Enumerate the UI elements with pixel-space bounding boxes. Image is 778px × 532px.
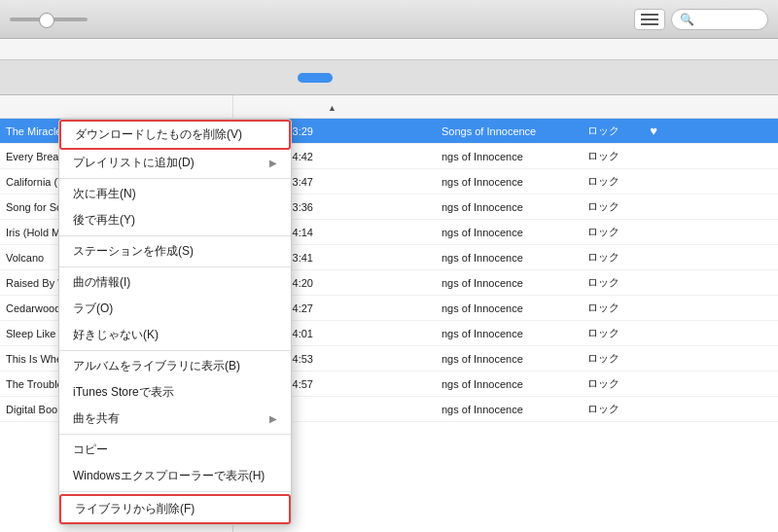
track-details: ▲ 3:29 Songs of Innocence ロック ♥ 4:42 ngs… <box>233 95 778 532</box>
ctx-item-4[interactable]: ステーションを作成(S) <box>59 238 291 265</box>
album-cell-9: ngs of Innocence <box>438 353 584 365</box>
tab-for-you[interactable] <box>335 73 370 83</box>
ctx-item-3[interactable]: 後で再生(Y) <box>59 207 291 233</box>
ctx-label-12: Windowsエクスプローラーで表示(H) <box>73 468 265 484</box>
ctx-label-6: ラブ(O) <box>73 301 113 317</box>
genre-cell-3: ロック <box>584 199 642 214</box>
volume-slider[interactable] <box>10 18 88 21</box>
ctx-separator-4 <box>59 266 291 267</box>
album-cell-10: ngs of Innocence <box>438 378 584 390</box>
ctx-label-1: プレイリストに追加(D) <box>73 155 194 171</box>
genre-cell-2: ロック <box>584 174 642 189</box>
ctx-label-7: 好きじゃない(K) <box>73 327 159 343</box>
right-row-10[interactable]: 4:57 ngs of Innocence ロック <box>233 372 778 397</box>
genre-cell-4: ロック <box>584 225 642 239</box>
tab-library[interactable] <box>298 73 333 83</box>
ctx-item-0[interactable]: ダウンロードしたものを削除(V) <box>59 120 291 150</box>
genre-cell-5: ロック <box>584 250 642 265</box>
ctx-item-5[interactable]: 曲の情報(I) <box>59 269 291 296</box>
ctx-item-8[interactable]: アルバムをライブラリに表示(B) <box>59 353 291 379</box>
ctx-label-0: ダウンロードしたものを削除(V) <box>75 126 242 143</box>
right-row-2[interactable]: 3:47 ngs of Innocence ロック <box>233 169 778 195</box>
ctx-label-10: 曲を共有 <box>73 410 120 427</box>
genre-cell-1: ロック <box>584 149 642 163</box>
search-box[interactable]: 🔍 <box>671 9 768 30</box>
right-row-9[interactable]: 4:53 ngs of Innocence ロック <box>233 346 778 372</box>
artist-header[interactable]: ▲ <box>321 101 438 113</box>
ctx-arrow-10: ▶ <box>269 413 277 424</box>
context-menu: ダウンロードしたものを削除(V)プレイリストに追加(D)▶次に再生(N)後で再生… <box>58 119 292 525</box>
genre-cell-8: ロック <box>584 326 642 340</box>
main-content: The Miracle (Of Joey Ramone)Every Breaki… <box>0 95 778 532</box>
ctx-item-1[interactable]: プレイリストに追加(D)▶ <box>59 150 291 176</box>
title-bar-right: 🔍 <box>634 9 768 30</box>
album-cell-7: ngs of Innocence <box>438 302 584 314</box>
album-cell-4: ngs of Innocence <box>438 227 584 238</box>
name-column-header <box>0 95 232 119</box>
ctx-label-9: iTunes Storeで表示 <box>73 384 174 401</box>
album-cell-2: ngs of Innocence <box>438 176 584 188</box>
right-row-0[interactable]: 3:29 Songs of Innocence ロック ♥ <box>233 119 778 144</box>
genre-cell-9: ロック <box>584 351 642 366</box>
tab-store[interactable] <box>445 73 480 83</box>
right-row-5[interactable]: 3:41 ngs of Innocence ロック <box>233 245 778 270</box>
ctx-separator-1 <box>59 178 291 179</box>
ctx-label-3: 後で再生(Y) <box>73 212 135 229</box>
album-cell-3: ngs of Innocence <box>438 201 584 213</box>
right-row-3[interactable]: 3:36 ngs of Innocence ロック <box>233 195 778 220</box>
genre-cell-7: ロック <box>584 301 642 315</box>
right-row-4[interactable]: 4:14 ngs of Innocence ロック <box>233 220 778 245</box>
title-bar-controls <box>10 18 88 21</box>
ctx-label-4: ステーションを作成(S) <box>73 243 194 260</box>
ctx-item-12[interactable]: Windowsエクスプローラーで表示(H) <box>59 463 291 489</box>
ctx-separator-12 <box>59 491 291 492</box>
ctx-label-2: 次に再生(N) <box>73 186 136 202</box>
ctx-item-7[interactable]: 好きじゃない(K) <box>59 322 291 348</box>
search-icon: 🔍 <box>680 13 694 26</box>
right-row-7[interactable]: 4:27 ngs of Innocence ロック <box>233 296 778 321</box>
list-view-button[interactable] <box>634 9 665 30</box>
track-name-5: Volcano <box>6 252 44 264</box>
ctx-item-11[interactable]: コピー <box>59 437 291 463</box>
tab-discover[interactable] <box>371 73 407 83</box>
title-bar: 🔍 <box>0 0 778 39</box>
right-row-6[interactable]: 4:20 ngs of Innocence ロック <box>233 270 778 296</box>
ctx-item-9[interactable]: iTunes Storeで表示 <box>59 379 291 406</box>
ctx-label-8: アルバムをライブラリに表示(B) <box>73 358 240 374</box>
ctx-separator-3 <box>59 235 291 236</box>
album-cell-1: ngs of Innocence <box>438 151 584 162</box>
nav-bar <box>0 60 778 95</box>
genre-cell-10: ロック <box>584 376 642 391</box>
right-row-8[interactable]: 4:01 ngs of Innocence ロック <box>233 321 778 346</box>
ctx-item-6[interactable]: ラブ(O) <box>59 296 291 322</box>
ctx-label-5: 曲の情報(I) <box>73 274 130 291</box>
ctx-label-13: ライブラリから削除(F) <box>75 501 194 517</box>
genre-cell-6: ロック <box>584 275 642 290</box>
ctx-item-2[interactable]: 次に再生(N) <box>59 181 291 207</box>
right-row-1[interactable]: 4:42 ngs of Innocence ロック <box>233 144 778 169</box>
album-cell-5: ngs of Innocence <box>438 252 584 264</box>
ctx-item-10[interactable]: 曲を共有▶ <box>59 406 291 432</box>
genre-cell-0: ロック <box>584 124 642 138</box>
album-cell-0: Songs of Innocence <box>438 125 584 137</box>
genre-cell-11: ロック <box>584 402 642 416</box>
right-row-11[interactable]: ngs of Innocence ロック <box>233 397 778 422</box>
sort-arrow: ▲ <box>328 103 336 113</box>
ctx-separator-7 <box>59 350 291 351</box>
right-header: ▲ <box>233 95 778 119</box>
ctx-label-11: コピー <box>73 442 108 458</box>
album-cell-8: ngs of Innocence <box>438 328 584 339</box>
ctx-arrow-1: ▶ <box>269 158 277 168</box>
ctx-separator-10 <box>59 434 291 435</box>
right-rows: 3:29 Songs of Innocence ロック ♥ 4:42 ngs o… <box>233 119 778 422</box>
ctx-item-13[interactable]: ライブラリから削除(F) <box>59 494 291 524</box>
heart-cell-0[interactable]: ♥ <box>642 124 665 138</box>
album-cell-6: ngs of Innocence <box>438 277 584 289</box>
tab-radio[interactable] <box>408 73 443 83</box>
menu-bar <box>0 39 778 60</box>
album-cell-11: ngs of Innocence <box>438 404 584 415</box>
